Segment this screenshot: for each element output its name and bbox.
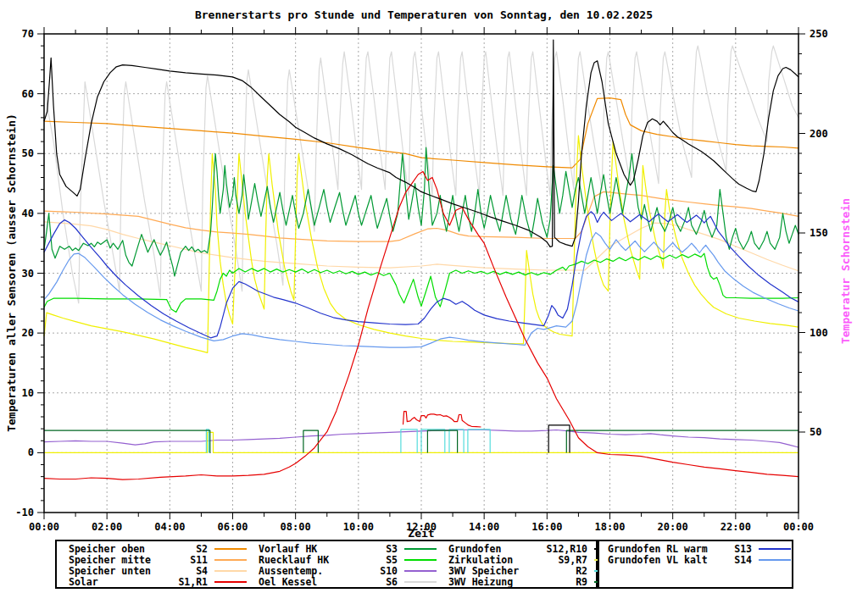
legend-item: Speicher untenS4 — [57, 565, 247, 576]
series-wv_heizung_r9 — [303, 430, 319, 452]
legend-item-code: S11 — [164, 554, 208, 566]
y-left-tick-label: 70 — [22, 28, 34, 40]
legend-item: Oel KesselS6 — [247, 576, 437, 587]
legend-swatch-s2 — [214, 548, 247, 550]
legend-swatch-s4 — [214, 570, 247, 572]
series-grundofen_s12 — [44, 40, 798, 247]
legend-box-main: Speicher obenS2Speicher mitteS11Speicher… — [55, 540, 598, 589]
series-wv_heizung_r9 — [427, 430, 457, 452]
series-ruecklauf_hk_s5 — [44, 253, 798, 312]
legend-item-name: 3WV Heizung — [437, 576, 543, 588]
legend-item-name: Oel Kessel — [247, 576, 353, 588]
series-wv_speicher_r2 — [449, 430, 464, 453]
left-axis-label: Temperaturen aller Sensoren (ausser Scho… — [5, 114, 18, 432]
x-axis-label: Zeit — [0, 527, 843, 540]
series-zirkulation_s9 — [44, 136, 798, 352]
legend-item-code: S9,R7 — [543, 554, 587, 566]
legend-item: Ruecklauf HKS5 — [247, 554, 437, 565]
y-right-tick-label: 250 — [810, 28, 828, 40]
legend-box-right: Grundofen RL warmS13Grundofen VL kaltS14 — [598, 540, 793, 589]
legend-item-code: R9 — [543, 576, 587, 588]
legend-item-name: Grundofen — [437, 543, 543, 555]
legend-item-name: Speicher oben — [57, 543, 164, 555]
series-wv_speicher_r2 — [468, 430, 490, 453]
legend-item-code: S12,R10 — [543, 543, 587, 555]
legend-item-code: S6 — [353, 576, 398, 588]
legend-item: SolarS1,R1 — [57, 576, 247, 587]
legend-swatch-s14 — [759, 559, 791, 561]
y-left-tick-label: 0 — [28, 446, 34, 458]
series-brennerstarts_pro_stunde — [403, 412, 481, 427]
legend-item: Grundofen VL kaltS14 — [599, 554, 792, 565]
series-wv_speicher_r2 — [401, 430, 417, 453]
legend-item-name: Speicher unten — [57, 565, 164, 577]
y-right-tick-label: 50 — [810, 426, 821, 438]
y-right-tick-label: 150 — [810, 227, 828, 239]
legend-column: Speicher obenS2Speicher mitteS11Speicher… — [57, 543, 247, 587]
legend-item-code: S10 — [353, 565, 398, 577]
chart-title: Brennerstarts pro Stunde und Temperature… — [0, 8, 848, 21]
legend-swatch-s6 — [404, 581, 437, 583]
chart-canvas: 00:0002:0004:0006:0008:0010:0012:0014:00… — [0, 0, 868, 593]
legend-item: Speicher mitteS11 — [57, 554, 247, 565]
legend-swatch-s1-r1 — [214, 581, 247, 583]
legend-item-name: Aussentemp. — [247, 565, 353, 577]
legend-item-code: S5 — [353, 554, 398, 566]
y-left-tick-label: 20 — [22, 327, 34, 339]
legend-swatch-s5 — [404, 559, 437, 561]
y-right-tick-label: 200 — [810, 128, 828, 140]
legend-item-name: Grundofen VL kalt — [599, 554, 725, 566]
legend-item-name: Solar — [57, 576, 164, 588]
y-left-tick-label: 50 — [22, 147, 34, 159]
legend-item-name: Zirkulation — [437, 554, 543, 566]
series-wv_speicher_r2 — [421, 430, 445, 453]
legend-swatch-s11 — [214, 559, 247, 561]
legend-item-name: 3WV Speicher — [437, 565, 543, 577]
y-left-tick-label: 10 — [22, 387, 34, 399]
chart-page: 00:0002:0004:0006:0008:0010:0012:0014:00… — [0, 0, 868, 593]
legend-column: Grundofen RL warmS13Grundofen VL kaltS14 — [599, 543, 792, 565]
legend-item-name: Vorlauf HK — [247, 543, 353, 555]
right-axis-label: Temperatur Schornstein — [839, 198, 852, 344]
y-left-tick-label: -10 — [15, 507, 34, 518]
legend-item-code: S13 — [725, 543, 752, 555]
legend-item-code: S14 — [725, 554, 752, 566]
legend-item-name: Speicher mitte — [57, 554, 164, 566]
legend-item: Grundofen RL warmS13 — [599, 543, 792, 554]
y-left-tick-label: 30 — [22, 268, 34, 280]
series-grundofen_vl_kalt_s14 — [44, 233, 798, 348]
legend-item-code: S4 — [164, 565, 208, 577]
legend-swatch-s3 — [404, 548, 437, 550]
legend-item-code: R2 — [543, 565, 587, 577]
y-right-tick-label: 100 — [810, 327, 828, 339]
legend-item: Vorlauf HKS3 — [247, 543, 437, 554]
legend-item: Speicher obenS2 — [57, 543, 247, 554]
legend-item-name: Grundofen RL warm — [599, 543, 725, 555]
legend-item-name: Ruecklauf HK — [247, 554, 353, 566]
y-left-tick-label: 40 — [22, 208, 34, 219]
legend-column: Vorlauf HKS3Ruecklauf HKS5Aussentemp.S10… — [247, 543, 437, 587]
legend-swatch-s13 — [759, 548, 791, 550]
legend-swatch-s10 — [404, 570, 437, 572]
legend-item-code: S2 — [164, 543, 208, 555]
y-left-tick-label: 60 — [22, 88, 34, 100]
legend-item: Aussentemp.S10 — [247, 565, 437, 576]
legend-item-code: S3 — [353, 543, 398, 555]
legend-item-code: S1,R1 — [164, 576, 208, 588]
